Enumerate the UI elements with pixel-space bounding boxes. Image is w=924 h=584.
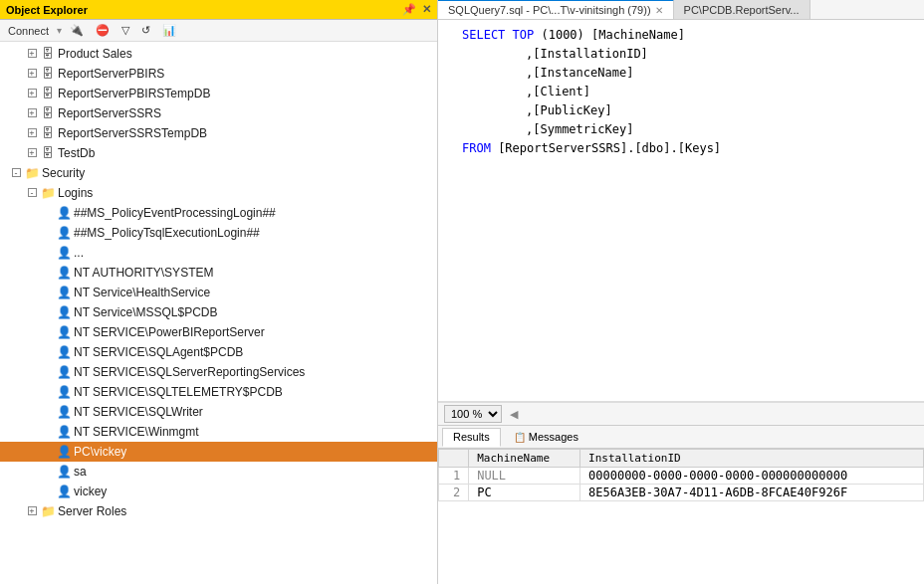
filter-button[interactable]: ▽ <box>117 22 133 39</box>
expander-icon[interactable]: - <box>24 184 40 202</box>
expander-icon[interactable] <box>40 303 56 321</box>
activity-monitor-button[interactable]: 📊 <box>158 22 180 39</box>
expander-icon[interactable] <box>40 403 56 421</box>
tree-item-label: ##MS_PolicyTsqlExecutionLogin## <box>74 224 260 242</box>
messages-icon: 📋 <box>514 432 526 443</box>
tree-item-label: NT SERVICE\SQLTELEMETRY$PCDB <box>74 383 283 401</box>
folder-icon: 📁 <box>40 502 56 520</box>
tree-item-label: NT SERVICE\SQLServerReportingServices <box>74 363 305 381</box>
expander-icon[interactable] <box>40 244 56 262</box>
table-row: 1 NULL 00000000-0000-0000-0000-000000000… <box>439 468 924 485</box>
expander-icon[interactable] <box>40 204 56 222</box>
new-connection-button[interactable]: 🔌 <box>66 22 88 39</box>
tree-item-label: NT SERVICE\PowerBIReportServer <box>74 323 265 341</box>
expander-icon[interactable]: + <box>24 124 40 142</box>
expander-icon[interactable]: + <box>24 85 40 102</box>
connect-button[interactable]: Connect <box>4 23 53 39</box>
expander-icon[interactable] <box>40 264 56 282</box>
expander-icon[interactable]: - <box>8 164 24 182</box>
tree-item-login12[interactable]: 👤NT SERVICE\Winmgmt <box>0 422 437 442</box>
tree-item-label: NT Service\HealthService <box>74 284 210 301</box>
sql-editor[interactable]: SELECT TOP (1000) [MachineName] ,[Instal… <box>438 20 924 402</box>
tree-item-label: PC\vickey <box>74 443 126 461</box>
tree-item-login11[interactable]: 👤NT SERVICE\SQLWriter <box>0 402 437 422</box>
tree-item-label: ReportServerSSRSTempDB <box>58 124 207 142</box>
database-icon: 🗄 <box>40 45 56 63</box>
tree-item-login1[interactable]: 👤##MS_PolicyEventProcessingLogin## <box>0 203 437 223</box>
expander-icon[interactable] <box>40 383 56 401</box>
expander-icon[interactable] <box>40 343 56 361</box>
tree-item-login8[interactable]: 👤NT SERVICE\SQLAgent$PCDB <box>0 342 437 362</box>
tree-item-label: vickey <box>74 483 107 500</box>
tree-item-testdb[interactable]: +🗄TestDb <box>0 143 437 163</box>
tree-item-login3[interactable]: 👤... <box>0 243 437 263</box>
tree-item-reportserverssrstempdb[interactable]: +🗄ReportServerSSRSTempDB <box>0 123 437 143</box>
tree-item-login4[interactable]: 👤NT AUTHORITY\SYSTEM <box>0 263 437 283</box>
scroll-left-icon[interactable]: ◀ <box>510 408 518 421</box>
sql-line-7: FROM [ReportServerSSRS].[dbo].[Keys] <box>446 139 916 158</box>
tree-item-reportserverssrs[interactable]: +🗄ReportServerSSRS <box>0 103 437 123</box>
database-icon: 🗄 <box>40 65 56 83</box>
tree-item-reportserverpbirs[interactable]: +🗄ReportServerPBIRS <box>0 64 437 84</box>
tree-item-login6[interactable]: 👤NT Service\MSSQL$PCDB <box>0 302 437 322</box>
panel-title-icons: 📌 ✕ <box>402 3 431 16</box>
results-tab[interactable]: Results <box>442 428 501 447</box>
messages-tab[interactable]: 📋 Messages <box>503 428 589 446</box>
expander-icon[interactable]: + <box>24 502 40 520</box>
tab-bar: SQLQuery7.sql - PC\...T\v-vinitsingh (79… <box>438 0 924 20</box>
sql-line-6: ,[SymmetricKey] <box>446 120 916 139</box>
tree-item-logins[interactable]: -📁Logins <box>0 183 437 203</box>
tree-item-reportserverpbirstempdb[interactable]: +🗄ReportServerPBIRSTempDB <box>0 84 437 103</box>
col-installationid: InstallationID <box>580 450 924 468</box>
expander-icon[interactable]: + <box>24 45 40 63</box>
pin-icon[interactable]: 📌 <box>402 3 416 16</box>
sql-line-3: ,[InstanceName] <box>446 64 916 83</box>
user-icon: 👤 <box>56 204 72 222</box>
expander-icon[interactable] <box>40 323 56 341</box>
tree-item-label: ReportServerSSRS <box>58 104 161 122</box>
disconnect-button[interactable]: ⛔ <box>92 22 114 39</box>
expander-icon[interactable]: + <box>24 144 40 162</box>
tree-item-label: NT AUTHORITY\SYSTEM <box>74 264 213 282</box>
tree-item-login5[interactable]: 👤NT Service\HealthService <box>0 283 437 302</box>
sql-line-5: ,[PublicKey] <box>446 101 916 120</box>
panel-title: Object Explorer <box>6 4 88 16</box>
zoom-select[interactable]: 25 % 50 % 75 % 100 % 125 % 150 % 200 % <box>444 405 502 423</box>
expander-icon[interactable] <box>40 423 56 441</box>
expander-icon[interactable] <box>40 443 56 461</box>
tab-pcdb[interactable]: PC\PCDB.ReportServ... <box>674 0 810 19</box>
tree-item-label: ReportServerPBIRSTempDB <box>58 85 210 102</box>
tree-item-login15[interactable]: 👤vickey <box>0 482 437 501</box>
tab-close-icon[interactable]: ✕ <box>655 5 663 16</box>
tree-item-login14[interactable]: 👤sa <box>0 462 437 482</box>
tree-item-login13[interactable]: 👤PC\vickey <box>0 442 437 462</box>
tree-item-server-roles[interactable]: +📁Server Roles <box>0 501 437 521</box>
tab-sqlquery7[interactable]: SQLQuery7.sql - PC\...T\v-vinitsingh (79… <box>438 0 674 19</box>
refresh-button[interactable]: ↺ <box>137 22 154 39</box>
expander-icon[interactable] <box>40 363 56 381</box>
user-icon: 👤 <box>56 264 72 282</box>
tree-item-security[interactable]: -📁Security <box>0 163 437 183</box>
user-icon: 👤 <box>56 423 72 441</box>
tree-item-login9[interactable]: 👤NT SERVICE\SQLServerReportingServices <box>0 362 437 382</box>
database-icon: 🗄 <box>40 144 56 162</box>
expander-icon[interactable] <box>40 463 56 481</box>
user-icon: 👤 <box>56 383 72 401</box>
tree-item-label: Product Sales <box>58 45 132 63</box>
cell-machinename-2: PC <box>469 485 580 501</box>
row-num-2: 2 <box>439 485 469 501</box>
expander-icon[interactable]: + <box>24 65 40 83</box>
tree-item-login2[interactable]: 👤##MS_PolicyTsqlExecutionLogin## <box>0 223 437 243</box>
user-icon: 👤 <box>56 323 72 341</box>
user-icon: 👤 <box>56 303 72 321</box>
tree-item-login10[interactable]: 👤NT SERVICE\SQLTELEMETRY$PCDB <box>0 382 437 402</box>
expander-icon[interactable]: + <box>24 104 40 122</box>
user-icon: 👤 <box>56 403 72 421</box>
expander-icon[interactable] <box>40 224 56 242</box>
tree-item-product-sales[interactable]: +🗄Product Sales <box>0 44 437 64</box>
expander-icon[interactable] <box>40 483 56 500</box>
close-icon[interactable]: ✕ <box>422 3 431 16</box>
tree-item-login7[interactable]: 👤NT SERVICE\PowerBIReportServer <box>0 322 437 342</box>
sql-line-2: ,[InstallationID] <box>446 45 916 64</box>
expander-icon[interactable] <box>40 284 56 301</box>
